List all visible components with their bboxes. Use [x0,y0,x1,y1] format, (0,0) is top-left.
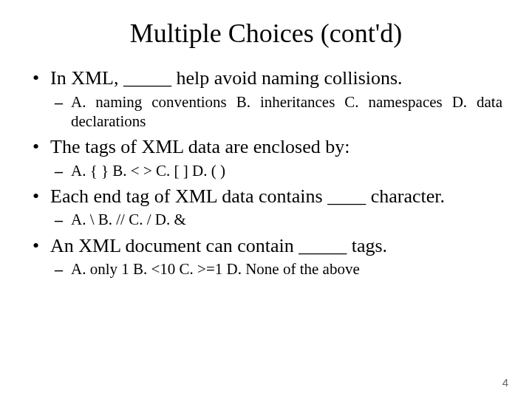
list-item: Each end tag of XML data contains ____ c… [30,185,502,230]
options-text: A. only 1 B. <10 C. >=1 D. None of the a… [30,259,502,279]
list-item: In XML, _____ help avoid naming collisio… [30,66,502,131]
list-item: An XML document can contain _____ tags. … [30,234,502,279]
question-text: The tags of XML data are enclosed by: [30,135,502,160]
options-text: A. { } B. < > C. [ ] D. ( ) [30,161,502,180]
question-list: In XML, _____ help avoid naming collisio… [30,66,502,279]
question-text: Each end tag of XML data contains ____ c… [30,185,502,209]
question-text: In XML, _____ help avoid naming collisio… [30,66,502,91]
page-number: 4 [502,376,508,389]
options-text: A. naming conventions B. inheritances C.… [30,92,502,132]
slide-title: Multiple Choices (cont'd) [30,18,502,49]
options-text: A. \ B. // C. / D. & [30,210,502,229]
question-text: An XML document can contain _____ tags. [30,234,502,259]
list-item: The tags of XML data are enclosed by: A.… [30,135,502,180]
